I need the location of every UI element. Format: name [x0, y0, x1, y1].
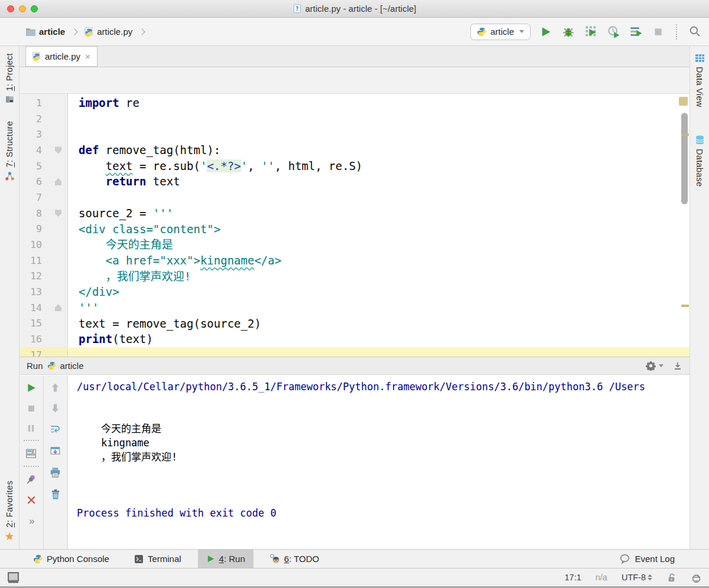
debug-button[interactable] [561, 25, 575, 39]
code-line[interactable]: <div class="content"> [69, 221, 690, 237]
pause-output-button[interactable] [27, 424, 35, 433]
gutter-line[interactable]: 5 [19, 158, 67, 174]
pin-tab-button[interactable] [26, 474, 37, 485]
run-panel-header: Run article [19, 357, 690, 375]
toolwindow-run[interactable]: 4: Run [198, 550, 253, 568]
sidebar-item-project[interactable]: 1: Project [5, 53, 15, 104]
code-line[interactable] [69, 347, 690, 357]
code-line[interactable]: return text [69, 174, 690, 190]
gutter-line[interactable]: 15 [19, 316, 67, 332]
print-button[interactable] [50, 467, 61, 478]
gutter-line[interactable]: 16 [19, 331, 67, 347]
code-line[interactable]: def remove_tag(html): [69, 142, 690, 158]
gutter-line[interactable]: 7 [19, 190, 67, 205]
gutter-line[interactable]: 10 [19, 237, 67, 253]
sidebar-item-structure[interactable]: 7: Structure [5, 121, 15, 181]
caret-position[interactable]: 17:1 [565, 573, 581, 582]
gutter-line[interactable]: 4 [19, 142, 67, 158]
up-stack-trace-button[interactable] [50, 383, 60, 393]
terminal-icon [134, 554, 144, 564]
gutter-line[interactable]: 13 [19, 284, 67, 300]
highlighting-level-icon[interactable] [691, 572, 702, 583]
close-tab-icon[interactable]: × [84, 52, 91, 61]
code-line[interactable] [69, 190, 690, 205]
warning-stripe-mark[interactable] [681, 305, 689, 307]
fold-marker-icon[interactable] [55, 178, 61, 185]
fold-marker-icon[interactable] [55, 210, 61, 217]
gutter-line[interactable]: 17 [19, 347, 67, 357]
run-console[interactable]: /usr/local/Cellar/python/3.6.5_1/Framewo… [69, 375, 690, 549]
gutter-line[interactable]: 1 [19, 95, 67, 111]
clear-all-button[interactable] [50, 489, 61, 500]
fold-marker-icon[interactable] [55, 146, 61, 153]
restore-layout-button[interactable] [25, 448, 37, 459]
warning-stripe-mark[interactable] [681, 133, 689, 136]
code-editor[interactable]: 1234567891011121314151617 import redef r… [19, 94, 690, 357]
code-line[interactable]: 今天的主角是 [69, 237, 690, 253]
down-stack-trace-button[interactable] [50, 403, 60, 413]
code-line[interactable]: import re [69, 95, 690, 111]
soft-wrap-button[interactable] [50, 424, 61, 435]
editor-gutter[interactable]: 1234567891011121314151617 [19, 94, 68, 357]
gutter-line[interactable]: 2 [19, 111, 67, 127]
scroll-to-end-button[interactable] [50, 446, 61, 456]
up-down-icon [648, 574, 652, 580]
code-line[interactable]: text = remove_tag(source_2) [69, 316, 690, 332]
search-everywhere-button[interactable] [688, 25, 702, 39]
code-line[interactable]: ''' [69, 300, 690, 316]
breadcrumb-project[interactable]: article [26, 27, 65, 37]
more-actions-button[interactable]: » [29, 515, 33, 527]
file-encoding[interactable]: UTF-8 [622, 573, 652, 582]
breadcrumb-file[interactable]: article.py [84, 27, 132, 37]
gutter-line[interactable]: 11 [19, 253, 67, 269]
toggle-toolwindow-bars-button[interactable] [7, 571, 19, 584]
editor-scrollbar[interactable] [681, 113, 688, 204]
run-tasks-button[interactable] [629, 25, 643, 39]
tab-article-py[interactable]: article.py × [25, 46, 97, 67]
profiler-button[interactable] [606, 25, 620, 39]
toolwindow-python-console[interactable]: Python Console [25, 550, 118, 568]
fold-marker-icon[interactable] [55, 304, 61, 311]
settings-button[interactable] [646, 361, 664, 371]
gutter-line[interactable]: 6 [19, 174, 67, 190]
code-line[interactable] [69, 111, 690, 127]
gutter-line[interactable]: 14 [19, 300, 67, 316]
gutter-line[interactable]: 9 [19, 221, 67, 237]
sidebar-item-favorites[interactable]: 2: Favorites ★ [4, 481, 14, 542]
inspection-indicator[interactable] [679, 97, 688, 106]
rerun-button[interactable] [26, 383, 37, 393]
toolwindow-event-log[interactable]: Event Log [611, 553, 683, 564]
code-pane[interactable]: import redef remove_tag(html): text = re… [69, 94, 690, 357]
run-with-coverage-button[interactable] [584, 25, 598, 39]
toolwindow-todo[interactable]: 6: TODO [262, 550, 327, 568]
gutter-line[interactable]: 12 [19, 269, 67, 285]
stop-button[interactable] [651, 25, 665, 39]
code-line[interactable]: </div> [69, 284, 690, 300]
run-configuration-select[interactable]: article [470, 24, 531, 40]
editor-tab-bar: article.py × [19, 46, 690, 67]
breadcrumb: article article.py [26, 27, 147, 37]
gutter-line[interactable]: 8 [19, 205, 67, 221]
code-line[interactable]: print(text) [69, 331, 690, 347]
code-line[interactable]: <a href="xxx">kingname</a> [69, 253, 690, 269]
run-button[interactable] [539, 25, 553, 39]
lock-icon[interactable] [666, 573, 677, 583]
gutter-line[interactable]: 3 [19, 126, 67, 142]
close-panel-button[interactable] [27, 495, 36, 505]
code-line[interactable]: ，我们掌声欢迎! [69, 269, 690, 285]
zoom-window-button[interactable] [31, 5, 38, 12]
stop-process-button[interactable] [27, 404, 36, 413]
toolwindow-terminal[interactable]: Terminal [126, 550, 190, 568]
sidebar-item-database[interactable]: Database [695, 135, 705, 187]
code-line[interactable]: text = re.sub('<.*?>', '', html, re.S) [69, 158, 690, 174]
code-line[interactable]: source_2 = ''' [69, 205, 690, 221]
hide-panel-button[interactable] [673, 361, 682, 371]
minimize-window-button[interactable] [19, 5, 26, 12]
folder-icon [26, 28, 35, 36]
line-separator[interactable]: n/a [596, 573, 607, 582]
sidebar-item-data-view[interactable]: Data View [695, 53, 705, 107]
code-line[interactable] [69, 126, 690, 142]
run-panel-toolbar: » [19, 375, 68, 549]
console-output: /usr/local/Cellar/python/3.6.5_1/Framewo… [77, 380, 690, 521]
close-window-button[interactable] [7, 5, 14, 12]
